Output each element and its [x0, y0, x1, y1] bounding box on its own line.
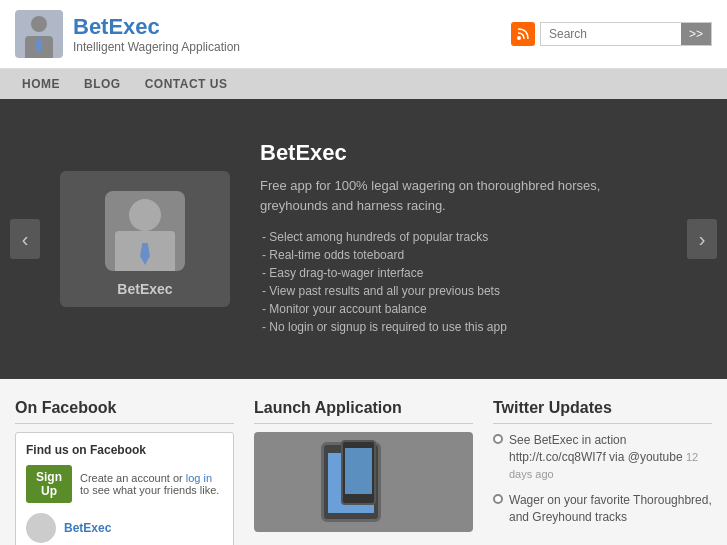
hero-content: BetExec Free app for 100% legal wagering…: [260, 140, 667, 338]
feature-item: - Real-time odds toteboard: [260, 248, 667, 262]
hero-avatar: [105, 191, 185, 271]
search-button[interactable]: >>: [681, 23, 711, 45]
nav-item-contact[interactable]: CONTACT US: [133, 69, 240, 99]
nav: HOME BLOG CONTACT US: [0, 69, 727, 99]
hero-slider: ‹ BetExec BetExec Free app for 100% lega…: [0, 99, 727, 379]
svg-point-0: [517, 36, 521, 40]
logo-area: BetExec Intelligent Wagering Application: [15, 10, 240, 58]
logo-title: BetExec: [73, 14, 240, 40]
search-box: >>: [540, 22, 712, 46]
tweet-list: See BetExec in action http://t.co/cq8WI7…: [493, 432, 712, 526]
nav-item-home[interactable]: HOME: [10, 69, 72, 99]
feature-item: - No login or signup is required to use …: [260, 320, 667, 334]
phone-icon: [341, 440, 376, 505]
slider-prev-button[interactable]: ‹: [10, 219, 40, 259]
fb-signup-pre: Create an account or: [80, 472, 183, 484]
twitter-section-title: Twitter Updates: [493, 399, 712, 424]
tweet-bullet-icon: [493, 494, 503, 504]
fb-betexec-avatar: [26, 513, 56, 543]
bottom-section: On Facebook Find us on Facebook Sign Up …: [0, 379, 727, 545]
fb-login-link[interactable]: log in: [186, 472, 212, 484]
header-right: >>: [511, 22, 712, 46]
fb-betexec-name[interactable]: BetExec: [64, 521, 111, 535]
launch-image: [254, 432, 473, 532]
logo-text: BetExec Intelligent Wagering Application: [73, 14, 240, 54]
slider-next-button[interactable]: ›: [687, 219, 717, 259]
logo-person-head: [31, 16, 47, 32]
header: BetExec Intelligent Wagering Application…: [0, 0, 727, 69]
fb-signup-row: Sign Up Create an account or log in to s…: [26, 465, 223, 503]
hero-title: BetExec: [260, 140, 667, 166]
facebook-section-title: On Facebook: [15, 399, 234, 424]
feature-item: - Monitor your account balance: [260, 302, 667, 316]
twitter-col: Twitter Updates See BetExec in action ht…: [493, 399, 712, 545]
logo-icon: [15, 10, 63, 58]
search-input[interactable]: [541, 23, 681, 45]
feature-item: - View past results and all your previou…: [260, 284, 667, 298]
tweet-text: Wager on your favorite Thoroughbred, and…: [509, 492, 712, 526]
tweet-item: Wager on your favorite Thoroughbred, and…: [493, 492, 712, 526]
launch-section-title: Launch Application: [254, 399, 473, 424]
fb-betexec-row: BetExec: [26, 513, 223, 543]
fb-signup-post: to see what your friends like.: [80, 484, 219, 496]
feature-item: - Easy drag-to-wager interface: [260, 266, 667, 280]
rss-icon[interactable]: [511, 22, 535, 46]
fb-signup-text: Create an account or log in to see what …: [80, 472, 223, 496]
hero-features: - Select among hundreds of popular track…: [260, 230, 667, 334]
fb-widget-title: Find us on Facebook: [26, 443, 223, 457]
facebook-col: On Facebook Find us on Facebook Sign Up …: [15, 399, 234, 545]
hero-avatar-head: [129, 199, 161, 231]
phone-screen: [345, 448, 372, 494]
tweet-item: See BetExec in action http://t.co/cq8WI7…: [493, 432, 712, 482]
tweet-text: See BetExec in action http://t.co/cq8WI7…: [509, 432, 712, 482]
feature-item: - Select among hundreds of popular track…: [260, 230, 667, 244]
tweet-bullet-icon: [493, 434, 503, 444]
hero-tagline: Free app for 100% legal wagering on thor…: [260, 176, 667, 215]
fb-signup-button[interactable]: Sign Up: [26, 465, 72, 503]
nav-item-blog[interactable]: BLOG: [72, 69, 133, 99]
facebook-widget: Find us on Facebook Sign Up Create an ac…: [15, 432, 234, 545]
hero-image-label: BetExec: [117, 281, 172, 297]
hero-image-box: BetExec: [60, 171, 230, 307]
logo-subtitle: Intelligent Wagering Application: [73, 40, 240, 54]
launch-col: Launch Application: [254, 399, 473, 545]
